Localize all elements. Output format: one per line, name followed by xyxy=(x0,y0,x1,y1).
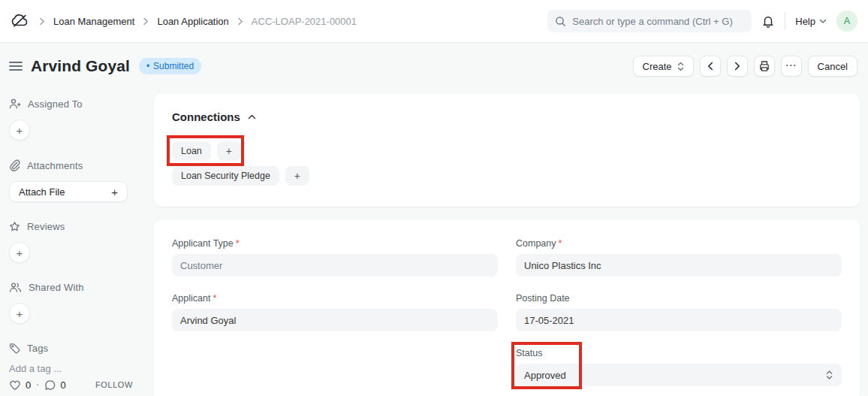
applicant-type-label: Applicant Type* xyxy=(172,238,498,249)
count-separator: · xyxy=(35,378,39,391)
help-menu[interactable]: Help xyxy=(795,16,827,27)
breadcrumb: Loan Management Loan Application ACC-LOA… xyxy=(39,16,357,27)
heart-icon xyxy=(9,379,21,391)
avatar-initial: A xyxy=(844,16,850,26)
chevron-down-icon xyxy=(819,19,827,24)
likes-count: 0 xyxy=(26,379,31,391)
assigned-to-section: Assigned To + xyxy=(9,98,139,141)
plus-icon: + xyxy=(17,124,23,137)
applicant-input[interactable]: Arvind Goyal xyxy=(172,309,498,331)
applicant-field-group: Applicant* Arvind Goyal xyxy=(172,293,498,331)
status-badge: • Submitted xyxy=(139,58,201,74)
add-assignment-button[interactable]: + xyxy=(9,119,30,141)
shared-with-label: Shared With xyxy=(29,282,84,293)
chevron-right-icon xyxy=(143,17,149,26)
shared-with-section: Shared With + xyxy=(9,282,139,324)
status-label: Status xyxy=(516,348,842,358)
assigned-to-label: Assigned To xyxy=(28,98,83,110)
company-label: Company* xyxy=(516,238,842,249)
reviews-label: Reviews xyxy=(27,221,65,232)
navbar-divider xyxy=(785,12,785,30)
add-loan-button[interactable]: + xyxy=(217,141,241,161)
create-button[interactable]: Create xyxy=(633,56,694,77)
next-document-button[interactable] xyxy=(727,56,748,77)
cloud-slash-logo-icon xyxy=(11,14,30,29)
top-navbar: Loan Management Loan Application ACC-LOA… xyxy=(0,0,868,43)
form-main-area: Connections Loan + Loan Security Pledge xyxy=(154,94,860,396)
posting-date-label: Posting Date xyxy=(516,293,842,304)
plus-icon: + xyxy=(294,170,300,182)
help-label: Help xyxy=(795,16,815,27)
sidebar-toggle-button[interactable] xyxy=(9,61,23,71)
required-asterisk: * xyxy=(212,293,216,304)
star-icon xyxy=(9,221,20,232)
applicant-type-input[interactable]: Customer xyxy=(172,254,498,277)
tags-section: Tags Add a tag ... xyxy=(9,343,139,374)
loan-security-pledge-connection-link[interactable]: Loan Security Pledge xyxy=(172,166,279,186)
badge-dot: • xyxy=(146,61,149,71)
plus-icon: + xyxy=(17,307,23,320)
applicant-type-field-group: Applicant Type* Customer xyxy=(172,238,498,277)
loan-connection-link[interactable]: Loan xyxy=(172,141,211,161)
required-asterisk: * xyxy=(559,238,562,249)
breadcrumb-loan-management[interactable]: Loan Management xyxy=(53,16,134,27)
document-sidebar: Assigned To + Attachments Attach File + xyxy=(0,94,154,393)
paperclip-icon xyxy=(9,159,20,171)
posting-date-input[interactable]: 17-05-2021 xyxy=(516,309,842,331)
attachments-label: Attachments xyxy=(27,160,83,171)
connection-row-loan-security-pledge: Loan Security Pledge + xyxy=(172,166,309,186)
app-logo[interactable] xyxy=(11,14,30,29)
reviews-section: Reviews + xyxy=(9,221,139,263)
select-chevrons-icon xyxy=(677,62,684,71)
company-input[interactable]: Unico Plastics Inc xyxy=(516,254,842,277)
add-loan-security-pledge-button[interactable]: + xyxy=(285,166,309,186)
add-review-button[interactable]: + xyxy=(9,242,30,263)
search-icon xyxy=(555,16,566,27)
plus-icon: + xyxy=(111,186,118,198)
tags-label: Tags xyxy=(27,343,48,354)
notifications-button[interactable] xyxy=(761,14,775,29)
prev-document-button[interactable] xyxy=(700,56,721,77)
add-share-button[interactable]: + xyxy=(9,303,30,324)
like-button[interactable] xyxy=(9,379,21,391)
cancel-button-label: Cancel xyxy=(818,61,848,72)
chevron-right-icon xyxy=(237,17,243,26)
attach-file-label: Attach File xyxy=(19,186,65,198)
follow-button[interactable]: FOLLOW xyxy=(95,380,133,389)
printer-icon xyxy=(758,60,770,72)
ellipsis-icon: ⋯ xyxy=(785,59,797,71)
breadcrumb-current-doc: ACC-LOAP-2021-00001 xyxy=(252,16,357,27)
page-header: Arvind Goyal • Submitted Create xyxy=(0,43,868,77)
attach-file-button[interactable]: Attach File + xyxy=(9,181,128,202)
users-icon xyxy=(9,282,22,293)
status-field-group: Status Approved xyxy=(516,348,842,386)
menu-button[interactable]: ⋯ xyxy=(781,56,802,77)
search-input[interactable] xyxy=(572,16,744,27)
comments-button[interactable] xyxy=(44,379,56,391)
connections-card: Connections Loan + Loan Security Pledge xyxy=(154,94,860,207)
chevron-right-icon xyxy=(734,62,740,71)
connection-row-loan: Loan + xyxy=(172,141,241,161)
print-button[interactable] xyxy=(754,56,775,77)
connections-title: Connections xyxy=(172,110,240,123)
form-column-left: Applicant Type* Customer Applicant* Arvi… xyxy=(172,238,498,386)
user-plus-icon xyxy=(9,98,21,110)
page-title: Arvind Goyal xyxy=(31,57,130,75)
company-field-group: Company* Unico Plastics Inc xyxy=(516,238,842,277)
applicant-label: Applicant* xyxy=(172,293,498,304)
user-avatar[interactable]: A xyxy=(836,11,857,32)
posting-date-field-group: Posting Date 17-05-2021 xyxy=(516,293,842,331)
attachments-section: Attachments Attach File + xyxy=(9,159,139,202)
breadcrumb-loan-application[interactable]: Loan Application xyxy=(157,16,228,27)
hamburger-icon xyxy=(9,61,23,71)
chevron-left-icon xyxy=(707,62,713,71)
details-card: Applicant Type* Customer Applicant* Arvi… xyxy=(154,220,860,396)
collapse-section-button[interactable] xyxy=(248,114,256,119)
bell-icon xyxy=(761,14,775,29)
plus-icon: + xyxy=(17,246,23,259)
badge-label: Submitted xyxy=(153,61,194,71)
cancel-button[interactable]: Cancel xyxy=(808,56,857,77)
tag-icon xyxy=(9,343,20,354)
global-search[interactable] xyxy=(547,10,752,32)
status-select[interactable]: Approved xyxy=(516,364,842,386)
